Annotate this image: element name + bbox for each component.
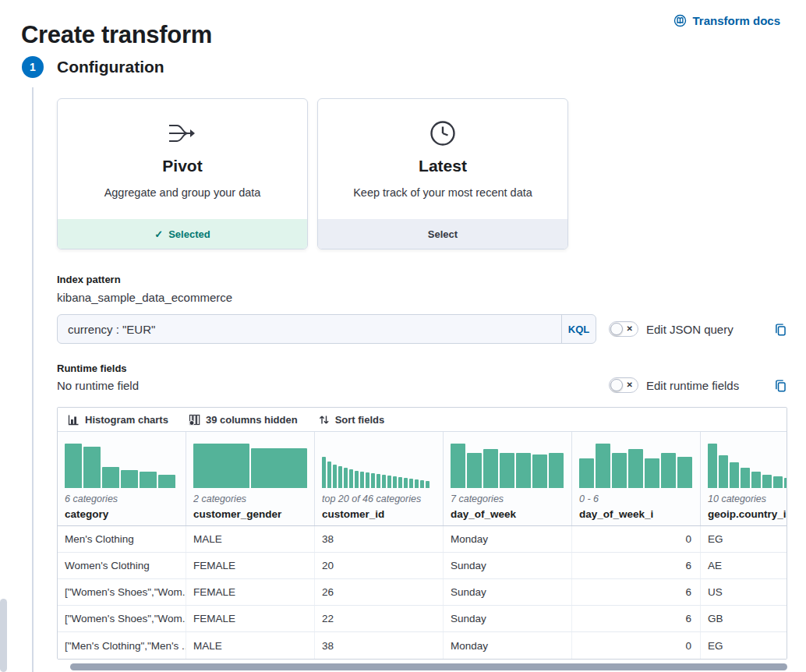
histogram-day_of_week_i — [579, 441, 693, 488]
histogram-bar — [677, 457, 692, 488]
columns-icon — [189, 414, 200, 426]
edit-runtime-fields-label: Edit runtime fields — [646, 379, 739, 392]
histogram-bar — [784, 478, 787, 488]
copy-icon[interactable] — [774, 379, 787, 392]
column-header-geoip.country_iso_[interactable]: 10 categoriesgeoip.country_iso_ — [701, 432, 787, 525]
histogram-bar — [549, 453, 564, 488]
grid-cell[interactable]: Sunday — [444, 553, 572, 578]
histogram-bar — [322, 457, 326, 488]
grid-cell[interactable]: 22 — [315, 606, 444, 631]
grid-cell[interactable]: FEMALE — [186, 553, 315, 578]
grid-cell[interactable]: GB — [701, 606, 787, 631]
histogram-bar — [516, 453, 531, 488]
transform-docs-link[interactable]: Transform docs — [673, 14, 780, 27]
histogram-customer_gender — [193, 441, 307, 488]
edit-json-query-toggle[interactable]: ✕ — [609, 321, 638, 337]
grid-cell[interactable]: 6 — [572, 606, 701, 631]
query-text: currency : "EUR" — [58, 315, 561, 343]
histogram-bar — [751, 472, 761, 488]
grid-header: 6 categoriescategory2 categoriescustomer… — [58, 432, 787, 526]
grid-cell[interactable]: MALE — [186, 632, 315, 659]
grid-cell[interactable]: Sunday — [444, 579, 572, 605]
grid-cell[interactable]: ["Women's Shoes","Wom... — [58, 579, 186, 605]
column-caption: 0 - 6 — [579, 493, 693, 504]
pivot-card-title: Pivot — [70, 157, 295, 175]
kql-query-input[interactable]: currency : "EUR" KQL — [57, 314, 596, 344]
table-row: Women's ClothingFEMALE20Sunday6AE — [58, 553, 787, 579]
histogram-bar — [376, 474, 380, 488]
grid-cell[interactable]: EG — [701, 526, 787, 552]
histogram-bar — [83, 447, 101, 488]
sort-fields-label: Sort fields — [335, 414, 385, 426]
grid-cell[interactable]: MALE — [186, 526, 315, 552]
grid-cell[interactable]: Women's Clothing — [58, 553, 186, 578]
grid-body: Men's ClothingMALE38Monday0EGWomen's Clo… — [58, 526, 787, 659]
column-caption: 6 categories — [65, 493, 179, 504]
histogram-bar — [451, 444, 465, 488]
grid-cell[interactable]: FEMALE — [186, 606, 315, 631]
grid-cell[interactable]: ["Men's Clothing","Men's ... — [58, 632, 186, 659]
columns-hidden-button[interactable]: 39 columns hidden — [189, 414, 298, 426]
grid-cell[interactable]: 6 — [572, 579, 701, 605]
grid-cell[interactable]: 6 — [572, 553, 701, 578]
sort-fields-button[interactable]: Sort fields — [318, 414, 385, 426]
histogram-bar — [387, 476, 391, 488]
horizontal-scrollbar[interactable] — [57, 663, 787, 670]
runtime-row: No runtime field ✕ Edit runtime fields — [57, 377, 787, 393]
histogram-bar — [420, 480, 424, 488]
kql-button[interactable]: KQL — [561, 315, 596, 343]
grid-cell[interactable]: ["Women's Shoes","Wom... — [58, 606, 186, 631]
histogram-bar — [661, 453, 676, 488]
latest-card[interactable]: Latest Keep track of your most recent da… — [317, 98, 568, 249]
columns-hidden-label: 39 columns hidden — [206, 414, 298, 426]
vertical-scrollbar[interactable] — [0, 599, 7, 672]
grid-cell[interactable]: Sunday — [444, 606, 572, 631]
step-number-badge: 1 — [22, 56, 44, 78]
grid-cell[interactable]: Men's Clothing — [58, 526, 186, 552]
grid-cell[interactable]: US — [701, 579, 787, 605]
histogram-bar — [382, 475, 386, 488]
docs-link-label: Transform docs — [692, 14, 780, 27]
column-name: customer_id — [322, 508, 436, 520]
pivot-card[interactable]: Pivot Aggregate and group your data ✓ Se… — [57, 98, 308, 249]
histogram-bar — [628, 449, 643, 488]
grid-toolbar: Histogram charts 39 columns hidden — [58, 408, 787, 432]
grid-cell[interactable]: AE — [701, 553, 787, 578]
edit-runtime-fields-toggle[interactable]: ✕ — [609, 377, 638, 393]
column-name: customer_gender — [193, 508, 307, 520]
copy-icon[interactable] — [774, 323, 787, 336]
histogram-bar — [730, 462, 739, 488]
histogram-bar — [500, 453, 514, 488]
pivot-selected-button[interactable]: ✓ Selected — [58, 219, 307, 249]
histogram-bar — [355, 471, 359, 488]
column-header-customer_gender[interactable]: 2 categoriescustomer_gender — [186, 432, 315, 525]
grid-cell[interactable]: 0 — [572, 526, 701, 552]
step-title: Configuration — [57, 58, 164, 76]
histogram-bar — [349, 469, 353, 488]
latest-select-button[interactable]: Select — [318, 219, 567, 249]
grid-cell[interactable]: FEMALE — [186, 579, 315, 605]
column-name: day_of_week_i — [579, 508, 693, 520]
page-title: Create transform — [21, 21, 212, 49]
histogram-bar — [426, 481, 430, 488]
histogram-bar — [251, 448, 307, 488]
histogram-bar — [327, 462, 331, 488]
grid-cell[interactable]: 38 — [315, 632, 444, 659]
horizontal-scrollbar-thumb[interactable] — [70, 663, 787, 670]
toggle-knob — [610, 323, 623, 335]
column-header-day_of_week[interactable]: 7 categoriesday_of_week — [444, 432, 572, 525]
column-header-day_of_week_i[interactable]: 0 - 6day_of_week_i — [572, 432, 701, 525]
grid-cell[interactable]: 26 — [315, 579, 444, 605]
grid-cell[interactable]: EG — [701, 632, 787, 659]
histogram-charts-button[interactable]: Histogram charts — [68, 414, 168, 426]
grid-cell[interactable]: Monday — [444, 526, 572, 552]
column-header-category[interactable]: 6 categoriescategory — [58, 432, 186, 525]
column-header-customer_id[interactable]: top 20 of 46 categoriescustomer_id — [315, 432, 444, 525]
histogram-bar — [409, 479, 413, 488]
histogram-bar — [344, 468, 348, 488]
grid-cell[interactable]: 38 — [315, 526, 444, 552]
grid-cell[interactable]: 20 — [315, 553, 444, 578]
histogram-bar — [762, 475, 772, 488]
grid-cell[interactable]: Monday — [444, 632, 572, 659]
grid-cell[interactable]: 0 — [572, 632, 701, 659]
